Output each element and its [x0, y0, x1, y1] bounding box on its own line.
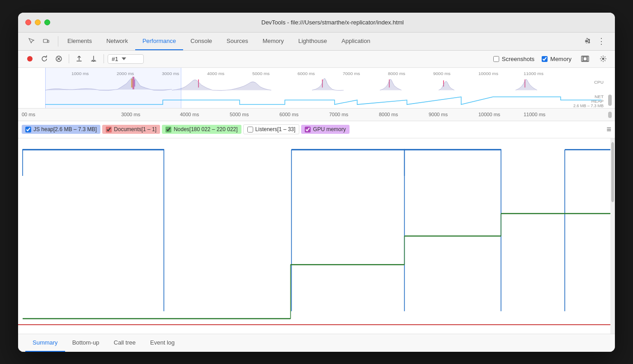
- gpu-label: GPU memory: [313, 126, 346, 132]
- tab-network[interactable]: Network: [99, 33, 135, 50]
- nodes-checkbox[interactable]: [165, 127, 171, 132]
- ruler-3000ms: 3000 ms: [121, 112, 141, 117]
- svg-point-8: [602, 58, 605, 60]
- inspect-icon[interactable]: [25, 35, 38, 47]
- time-label-10000: 10000 ms: [478, 71, 498, 76]
- tab-icons: [22, 33, 56, 50]
- minimize-button[interactable]: [35, 19, 41, 25]
- devtools-window: DevTools - file:///Users/stmarthe/x-repl…: [18, 13, 615, 352]
- profile-label: #1: [112, 56, 118, 62]
- js-heap-checkbox[interactable]: [25, 127, 31, 132]
- listeners-label: Listeners[1 – 33]: [255, 126, 296, 132]
- device-toggle-icon[interactable]: [40, 35, 52, 47]
- traffic-lights: [25, 19, 50, 25]
- perf-settings-icon[interactable]: [597, 52, 609, 65]
- tab-lighthouse[interactable]: Lighthouse: [291, 33, 335, 50]
- ruler-4000ms: 4000 ms: [180, 112, 199, 117]
- tab-bottom-up[interactable]: Bottom-up: [65, 334, 107, 352]
- tab-console[interactable]: Console: [183, 33, 219, 50]
- ruler-8000ms: 8000 ms: [379, 112, 398, 117]
- ruler-11000ms: 11000 ms: [524, 112, 546, 117]
- time-label-4000: 4000 ms: [207, 71, 224, 76]
- gpu-checkbox[interactable]: [305, 127, 311, 132]
- memory-label: Memory: [550, 56, 572, 62]
- legend-nodes[interactable]: Nodes[180 022 – 220 022]: [162, 125, 241, 134]
- screenshots-checkbox-input[interactable]: [493, 56, 499, 62]
- screenshots-checkbox[interactable]: Screenshots: [493, 56, 534, 62]
- more-options-icon[interactable]: ⋮: [595, 35, 608, 47]
- cpu-label: CPU: [594, 79, 604, 84]
- bottom-tabs: Summary Bottom-up Call tree Event log: [18, 334, 615, 352]
- performance-toolbar: #1 Screenshots Memory: [18, 51, 615, 68]
- svg-rect-20: [181, 68, 181, 108]
- tab-memory[interactable]: Memory: [255, 33, 291, 50]
- tab-separator: [58, 36, 58, 47]
- ruler-10000ms: 10000 ms: [478, 112, 501, 117]
- tab-spacer: [378, 33, 577, 50]
- time-label-6000: 6000 ms: [298, 71, 315, 76]
- legend-js-heap[interactable]: JS heap[2.6 MB – 7.3 MB]: [22, 125, 100, 134]
- tab-event-log[interactable]: Event log: [143, 334, 182, 352]
- svg-rect-36: [611, 142, 614, 202]
- svg-point-2: [27, 56, 33, 61]
- time-label-9000: 9000 ms: [433, 71, 450, 76]
- tab-sources[interactable]: Sources: [219, 33, 255, 50]
- listeners-checkbox[interactable]: [247, 127, 253, 132]
- tab-application[interactable]: Application: [334, 33, 378, 50]
- legend-gpu[interactable]: GPU memory: [301, 125, 350, 134]
- toolbar-separator-1: [69, 54, 69, 63]
- ruler-6000ms: 6000 ms: [279, 112, 299, 117]
- js-heap-label: JS heap[2.6 MB – 7.3 MB]: [33, 126, 97, 132]
- heap-range-label: 2.6 MB – 7.3 MB: [573, 104, 604, 108]
- time-label-5000: 5000 ms: [252, 71, 269, 76]
- tabs-container: Elements Network Performance Console Sou…: [60, 33, 378, 50]
- memory-checkbox-input[interactable]: [542, 56, 548, 62]
- time-label-11000: 11000 ms: [524, 71, 543, 76]
- heap-label: HEAP: [591, 99, 604, 104]
- legend-menu-icon[interactable]: ≡: [606, 125, 611, 134]
- profile-select[interactable]: #1: [108, 54, 144, 64]
- maximize-button[interactable]: [44, 19, 50, 25]
- toolbar-separator-2: [104, 54, 104, 63]
- memory-legend: JS heap[2.6 MB – 7.3 MB] Documents[1 – 1…: [18, 121, 615, 138]
- svg-rect-1: [47, 40, 49, 43]
- tab-bar: Elements Network Performance Console Sou…: [18, 33, 615, 51]
- ruler-00ms: 00 ms: [22, 112, 35, 117]
- close-button[interactable]: [25, 19, 31, 25]
- screenshots-label: Screenshots: [502, 56, 534, 62]
- tab-settings: ⋮: [577, 33, 611, 50]
- nodes-label: Nodes[180 022 – 220 022]: [174, 126, 237, 132]
- documents-label: Documents[1 – 1]: [114, 126, 156, 132]
- time-label-8000: 8000 ms: [388, 71, 405, 76]
- documents-checkbox[interactable]: [106, 127, 112, 132]
- upload-button[interactable]: [73, 52, 85, 65]
- filmstrip-icon[interactable]: [579, 52, 591, 65]
- memory-chart-svg: [18, 138, 615, 334]
- svg-rect-22: [18, 138, 615, 334]
- legend-listeners[interactable]: Listeners[1 – 33]: [243, 124, 300, 134]
- memory-chart[interactable]: [18, 138, 615, 334]
- overview-area[interactable]: 1000 ms 2000 ms 3000 ms 4000 ms 5000 ms …: [18, 68, 615, 109]
- window-title: DevTools - file:///Users/stmarthe/x-repl…: [57, 19, 608, 26]
- svg-rect-18: [45, 68, 181, 108]
- download-button[interactable]: [87, 52, 100, 65]
- tab-summary[interactable]: Summary: [25, 334, 65, 352]
- svg-rect-7: [583, 57, 587, 61]
- svg-rect-19: [45, 68, 46, 108]
- clear-button[interactable]: [52, 52, 65, 65]
- svg-rect-0: [43, 39, 47, 43]
- ruler-5000ms: 5000 ms: [230, 112, 249, 117]
- record-button[interactable]: [24, 52, 36, 65]
- svg-rect-17: [608, 95, 612, 106]
- tab-elements[interactable]: Elements: [60, 33, 99, 50]
- ruler-9000ms: 9000 ms: [429, 112, 448, 117]
- ruler-7000ms: 7000 ms: [329, 112, 349, 117]
- tab-performance[interactable]: Performance: [135, 33, 183, 50]
- memory-checkbox[interactable]: Memory: [542, 56, 572, 62]
- timeline-ruler: 00 ms 3000 ms 4000 ms 5000 ms 6000 ms 70…: [18, 109, 615, 121]
- legend-documents[interactable]: Documents[1 – 1]: [102, 125, 160, 134]
- ruler-svg: 00 ms 3000 ms 4000 ms 5000 ms 6000 ms 70…: [18, 109, 615, 121]
- settings-icon[interactable]: [581, 35, 593, 47]
- tab-call-tree[interactable]: Call tree: [107, 334, 143, 352]
- reload-record-button[interactable]: [38, 52, 51, 65]
